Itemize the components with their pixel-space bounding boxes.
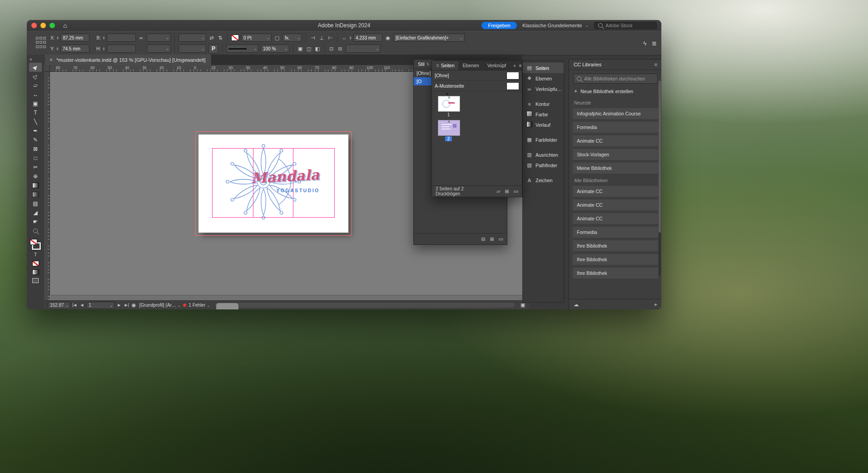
- master-row-none[interactable]: [Ohne]: [432, 70, 522, 81]
- rotation-angle-field[interactable]: [179, 34, 206, 42]
- page-number-field[interactable]: 1: [86, 302, 114, 309]
- tab-stil[interactable]: Stil ⇅: [414, 60, 433, 69]
- zoom-level-field[interactable]: 152.87: [48, 302, 70, 309]
- new-style-icon[interactable]: ⊞: [490, 236, 494, 242]
- library-item[interactable]: Ihre Bibliothek: [573, 254, 658, 265]
- y-stepper[interactable]: [57, 47, 58, 51]
- pencil-tool[interactable]: ✎: [29, 135, 42, 144]
- close-document-icon[interactable]: ×: [50, 57, 53, 63]
- fit-frame-icon[interactable]: ⊟: [337, 46, 343, 52]
- new-style-group-icon[interactable]: ⊟: [481, 236, 485, 242]
- wrap-bounding-icon[interactable]: ◫: [306, 46, 312, 52]
- flip-vertical-icon[interactable]: ⇅: [217, 35, 223, 41]
- page-2-thumbnail[interactable]: A: [438, 120, 460, 136]
- type-tool[interactable]: T: [29, 108, 42, 117]
- delete-style-icon[interactable]: ▭: [499, 236, 503, 242]
- page-1-thumbnail[interactable]: A: [438, 96, 460, 112]
- x-field[interactable]: 87.25 mm: [60, 34, 89, 42]
- page-1-label[interactable]: 1: [438, 112, 459, 117]
- cc-scrollbar-thumb[interactable]: [659, 80, 661, 233]
- cloud-sync-icon[interactable]: ☁: [574, 302, 579, 308]
- page-2-label[interactable]: 2: [438, 136, 459, 141]
- card-subtitle-text[interactable]: YOGASTUDIO: [276, 188, 320, 193]
- align-center-icon[interactable]: ⊥: [318, 35, 325, 41]
- scale-x-field[interactable]: [147, 34, 171, 42]
- stroke-type-dropdown[interactable]: [226, 45, 258, 53]
- align-left-icon[interactable]: ⊣: [310, 35, 316, 41]
- gradient-feather-tool[interactable]: [29, 190, 42, 199]
- toolbar-expand-icon[interactable]: »: [27, 55, 44, 63]
- library-item[interactable]: Animate CC: [573, 199, 658, 210]
- cc-libraries-header[interactable]: CC Libraries ≡: [569, 60, 661, 70]
- page-tool[interactable]: ▱: [29, 81, 42, 90]
- x-stepper[interactable]: [57, 36, 58, 40]
- fit-content-icon[interactable]: ⊡: [328, 46, 335, 52]
- object-style-dropdown[interactable]: [Einfacher Grafikrahmen]+: [393, 34, 465, 42]
- scale-y-field[interactable]: [147, 45, 171, 53]
- gap-stepper[interactable]: [350, 36, 351, 40]
- apply-gradient-button[interactable]: [30, 268, 40, 276]
- wrap-shape-icon[interactable]: ◧: [314, 46, 321, 52]
- select-container-dropdown[interactable]: [346, 45, 381, 53]
- cc-search-input[interactable]: Alle Bibliotheken durchsuchen: [573, 74, 658, 84]
- dock-item-ebenen[interactable]: ❖Ebenen: [523, 73, 564, 84]
- dock-item-zeichen[interactable]: AZeichen: [523, 175, 564, 185]
- titlebar[interactable]: ⌂ Adobe InDesign 2024 Freigeben Klassisc…: [27, 20, 661, 31]
- wrap-none-icon[interactable]: ▣: [297, 46, 303, 52]
- tab-verknuepfungen[interactable]: Verknüpf: [483, 61, 510, 70]
- apply-none-button[interactable]: [30, 259, 40, 267]
- preflight-profile-dropdown[interactable]: [Grundprofil] (Ar…: [139, 303, 181, 308]
- direct-selection-tool[interactable]: ▷: [29, 72, 42, 81]
- previous-page-button[interactable]: ◀: [79, 303, 84, 307]
- last-page-button[interactable]: ▶: [124, 303, 128, 307]
- content-collector-tool[interactable]: ▣: [29, 99, 42, 108]
- constrain-proportions-icon[interactable]: ∞: [138, 35, 144, 40]
- quick-actions-icon[interactable]: ϟ: [643, 40, 646, 47]
- share-button[interactable]: Freigeben: [481, 22, 517, 29]
- fill-swatch[interactable]: [30, 239, 37, 245]
- delete-page-icon[interactable]: ▭: [514, 189, 518, 194]
- align-right-icon[interactable]: ⊢: [327, 35, 333, 41]
- dock-item-ausrichten[interactable]: ▥Ausrichten: [523, 149, 564, 160]
- height-field[interactable]: [107, 45, 136, 53]
- flip-horizontal-icon[interactable]: ⇄: [208, 35, 215, 41]
- gradient-tool[interactable]: [29, 181, 42, 190]
- control-panel-menu-icon[interactable]: ≣: [652, 40, 657, 47]
- first-page-button[interactable]: ◀: [73, 303, 77, 307]
- error-count[interactable]: 1 Fehler: [188, 303, 210, 308]
- next-page-button[interactable]: ▶: [117, 303, 121, 307]
- library-item[interactable]: Animate CC: [573, 213, 658, 224]
- panel-menu-icon[interactable]: ≡: [519, 63, 522, 68]
- library-item[interactable]: Infografphic Animation Course: [573, 108, 658, 119]
- cc-panel-menu-icon[interactable]: ≡: [655, 62, 657, 67]
- rectangle-frame-tool[interactable]: ⊠: [29, 144, 42, 154]
- corner-options-icon[interactable]: ▢: [274, 35, 280, 41]
- panel-overflow-icon[interactable]: »: [513, 63, 516, 68]
- adobe-stock-search[interactable]: Adobe Stock: [594, 22, 657, 29]
- effects-button[interactable]: fx.: [283, 34, 302, 42]
- gap-field[interactable]: 4.233 mm: [353, 34, 382, 42]
- scissors-tool[interactable]: ✂: [29, 163, 42, 172]
- width-field[interactable]: [107, 34, 136, 42]
- zoom-window-button[interactable]: [50, 23, 55, 28]
- document-view-icon[interactable]: ▣: [520, 302, 526, 308]
- dock-item-verlauf[interactable]: Verlauf: [523, 119, 564, 130]
- library-item[interactable]: Animate CC: [573, 135, 658, 146]
- gap-tool[interactable]: ↔: [29, 90, 42, 99]
- library-item[interactable]: Meine Bibliothek: [573, 163, 658, 174]
- library-item[interactable]: Ihre Bibliothek: [573, 268, 658, 279]
- screen-mode-button[interactable]: [30, 277, 40, 284]
- edit-spread-icon[interactable]: ▱: [496, 189, 500, 194]
- create-library-button[interactable]: + Neue Bibliothek erstellen: [574, 88, 657, 95]
- dock-item-pathfinder[interactable]: ▧Pathfinder: [523, 160, 564, 170]
- library-item[interactable]: Ihre Bibliothek: [573, 240, 658, 251]
- scrollbar-thumb[interactable]: [216, 303, 238, 309]
- dock-item-kontur[interactable]: ≡Kontur: [523, 99, 564, 109]
- horizontal-scrollbar[interactable]: [215, 303, 515, 308]
- library-item[interactable]: Stock-Vorlagen: [573, 149, 658, 160]
- reference-point-selector[interactable]: [36, 37, 46, 49]
- dock-item-seiten[interactable]: ▤Seiten: [523, 63, 564, 73]
- dock-item-verknuepfungen[interactable]: ∞Verknüpfu…: [523, 84, 564, 94]
- document-tab[interactable]: × *muster-visitenkarte.indd @ 153 % [GPU…: [44, 55, 212, 65]
- pen-tool[interactable]: ✒: [29, 126, 42, 135]
